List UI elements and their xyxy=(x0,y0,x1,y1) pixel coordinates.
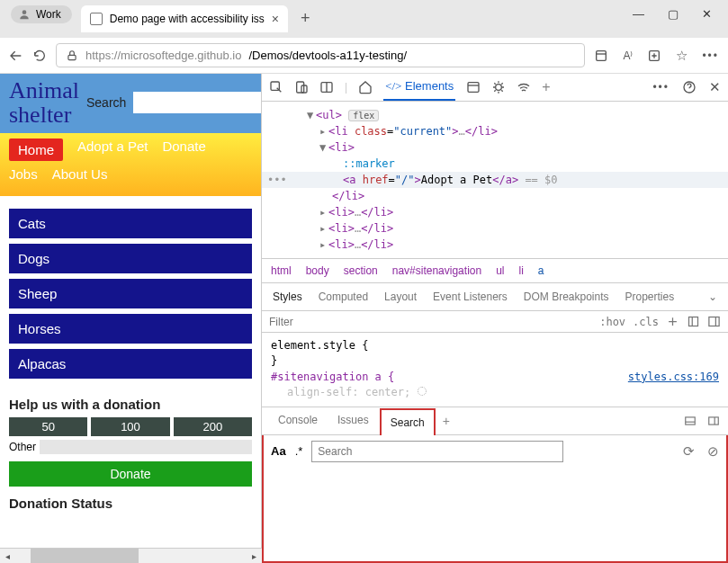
amount-50[interactable]: 50 xyxy=(9,417,87,436)
read-aloud-icon[interactable]: A⁾ xyxy=(623,49,633,62)
url-input[interactable]: https://microsoftedge.github.io/Demos/de… xyxy=(56,43,585,67)
list-item[interactable]: Sheep xyxy=(9,279,252,308)
donation-heading: Help us with a donation xyxy=(0,391,261,417)
list-item[interactable]: Horses xyxy=(9,314,252,344)
horizontal-scrollbar[interactable]: ◂▸ xyxy=(0,548,262,563)
list-item[interactable]: Cats xyxy=(9,209,252,238)
styles-filter-row: :hov .cls xyxy=(262,310,728,333)
svg-rect-5 xyxy=(297,82,304,93)
inspect-icon[interactable] xyxy=(269,80,283,94)
collections-icon[interactable] xyxy=(647,49,661,63)
devtools-more-icon[interactable]: ••• xyxy=(652,81,670,94)
dom-tree[interactable]: ▼<ul> flex ▸<li class="current">…</li> ▼… xyxy=(262,102,728,258)
amount-200[interactable]: 200 xyxy=(174,417,252,436)
search-drawer: Aa .* ⟳ ⊘ xyxy=(262,435,728,563)
amount-100[interactable]: 100 xyxy=(91,417,169,436)
styles-pane[interactable]: element.style { } #sitenavigation a {sty… xyxy=(262,333,728,407)
close-devtools-icon[interactable]: ✕ xyxy=(709,79,721,95)
app-tab-icon[interactable] xyxy=(466,80,481,94)
bug-icon[interactable] xyxy=(491,80,506,94)
svg-rect-8 xyxy=(468,83,479,93)
search-drawer-input[interactable] xyxy=(311,441,563,462)
animal-list: Cats Dogs Sheep Horses Alpacas xyxy=(0,196,261,391)
profile-label: Work xyxy=(36,8,61,21)
tab-dombreakpoints[interactable]: DOM Breakpoints xyxy=(524,290,609,303)
person-icon xyxy=(18,8,31,21)
tab-search[interactable]: Search xyxy=(380,408,436,435)
selected-node[interactable]: ••• <a href="/">Adopt a Pet</a> == $0 xyxy=(262,172,728,188)
profile-pill[interactable]: Work xyxy=(11,5,72,23)
breadcrumb[interactable]: htmlbodysectionnav#sitenavigationullia xyxy=(262,258,728,282)
svg-rect-14 xyxy=(709,416,719,424)
dock-icon[interactable] xyxy=(683,415,697,427)
tab-properties[interactable]: Properties xyxy=(625,290,675,303)
nav-donate[interactable]: Donate xyxy=(162,139,205,161)
svg-rect-12 xyxy=(709,317,719,326)
addrbar-actions: A⁾ ☆ ••• xyxy=(594,48,719,64)
list-item[interactable]: Dogs xyxy=(9,244,252,273)
expand-icon[interactable] xyxy=(706,415,721,427)
styles-filter-input[interactable] xyxy=(269,316,592,328)
split-icon[interactable] xyxy=(319,80,334,94)
site-search-input[interactable] xyxy=(133,92,262,113)
app-icon[interactable] xyxy=(594,49,608,63)
browser-tab[interactable]: Demo page with accessibility iss × xyxy=(81,5,288,32)
cls-toggle[interactable]: .cls xyxy=(633,316,659,328)
list-item[interactable]: Alpacas xyxy=(9,349,252,379)
window-titlebar: Work Demo page with accessibility iss × … xyxy=(0,0,728,38)
tab-eventlisteners[interactable]: Event Listeners xyxy=(433,290,508,303)
styles-tabs: Styles Computed Layout Event Listeners D… xyxy=(262,282,728,310)
favicon-icon xyxy=(90,13,103,25)
other-input[interactable] xyxy=(40,440,252,454)
svg-rect-11 xyxy=(689,317,698,326)
more-tabs-icon[interactable]: + xyxy=(542,79,550,95)
donation-status-heading: Donation Status xyxy=(0,490,261,516)
new-rule-icon[interactable] xyxy=(666,315,679,328)
donate-button[interactable]: Donate xyxy=(9,461,252,487)
tab-computed[interactable]: Computed xyxy=(319,290,368,303)
nav-adopt[interactable]: Adopt a Pet xyxy=(77,139,148,161)
refresh-icon[interactable] xyxy=(32,49,47,63)
hov-toggle[interactable]: :hov xyxy=(599,316,625,328)
computed-sidebar-icon[interactable] xyxy=(707,315,721,328)
maximize-icon[interactable]: ▢ xyxy=(668,7,679,21)
tab-elements[interactable]: </> Elements xyxy=(383,74,455,101)
url-host: https://microsoftedge.github.io xyxy=(85,49,241,62)
tab-styles[interactable]: Styles xyxy=(273,290,302,303)
flexbox-icon[interactable] xyxy=(687,315,700,328)
page-viewport: Animalshelter Search Home Adopt a Pet Do… xyxy=(0,74,262,563)
back-icon[interactable] xyxy=(9,49,23,63)
match-case-toggle[interactable]: Aa xyxy=(271,444,286,458)
clear-search-icon[interactable]: ⊘ xyxy=(707,443,719,460)
tab-issues[interactable]: Issues xyxy=(328,407,378,434)
refresh-search-icon[interactable]: ⟳ xyxy=(683,443,695,460)
network-icon[interactable] xyxy=(517,80,531,94)
svg-point-9 xyxy=(496,85,502,91)
regex-toggle[interactable]: .* xyxy=(295,444,303,458)
tab-console[interactable]: Console xyxy=(269,407,327,434)
nav-about[interactable]: About Us xyxy=(52,166,108,182)
new-tab-button[interactable]: + xyxy=(297,5,314,31)
more-icon[interactable]: ••• xyxy=(702,49,719,62)
source-link[interactable]: styles.css:169 xyxy=(628,370,719,385)
donation-amounts: 50 100 200 xyxy=(0,417,261,436)
help-icon[interactable] xyxy=(682,80,697,94)
address-bar: https://microsoftedge.github.io/Demos/de… xyxy=(0,38,728,74)
search-label: Search xyxy=(86,95,126,110)
add-drawer-tab-icon[interactable]: + xyxy=(437,407,455,434)
favorite-icon[interactable]: ☆ xyxy=(676,48,688,64)
home-icon[interactable] xyxy=(358,80,373,94)
chevron-down-icon[interactable]: ⌄ xyxy=(708,290,717,303)
close-window-icon[interactable]: ✕ xyxy=(702,7,712,21)
site-nav: Home Adopt a Pet Donate Jobs About Us xyxy=(0,133,261,196)
minimize-icon[interactable]: — xyxy=(633,7,644,21)
window-controls: — ▢ ✕ xyxy=(616,5,728,21)
nav-home[interactable]: Home xyxy=(9,139,63,161)
other-label: Other xyxy=(9,441,36,453)
devtools-toolbar: | </> Elements + ••• ✕ xyxy=(262,74,728,102)
close-tab-icon[interactable]: × xyxy=(272,12,279,26)
tab-layout[interactable]: Layout xyxy=(384,290,417,303)
url-path: /Demos/devtools-a11y-testing/ xyxy=(248,49,407,62)
nav-jobs[interactable]: Jobs xyxy=(9,166,38,182)
device-icon[interactable] xyxy=(294,80,309,94)
